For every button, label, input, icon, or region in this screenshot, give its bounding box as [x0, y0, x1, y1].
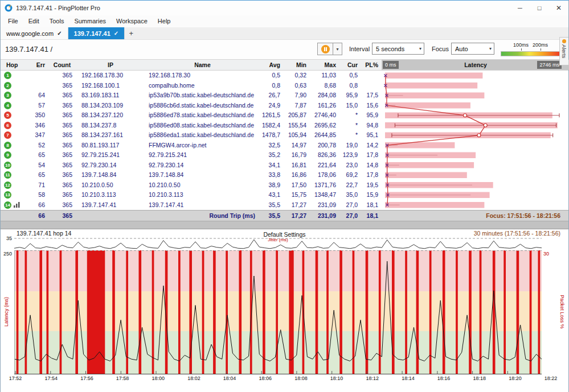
- pl-cell: 18,1: [361, 200, 382, 211]
- err-cell: 58: [26, 190, 48, 200]
- hop-status-badge: 4: [4, 102, 11, 109]
- count-cell: 365: [48, 180, 76, 191]
- timeline-graph[interactable]: [14, 250, 542, 374]
- chevron-down-icon: ▾: [489, 46, 492, 51]
- summary-row: 66 365 Round Trip (ms) 35,5 17,27 231,09…: [1, 210, 568, 221]
- name-cell: ip5886ed08.static.kabel-deutschland.de: [145, 121, 260, 131]
- cur-cell: 0,5: [339, 71, 361, 81]
- new-tab-button[interactable]: +: [125, 27, 137, 39]
- count-cell: 365: [48, 170, 76, 180]
- alerts-tab[interactable]: Alerts: [559, 37, 568, 65]
- menu-help[interactable]: Help: [153, 15, 176, 27]
- ip-cell: 10.210.0.50: [76, 180, 145, 191]
- hop-status-badge: 2: [4, 82, 11, 89]
- focus-select[interactable]: Auto▾: [451, 43, 494, 55]
- close-button[interactable]: ✕: [549, 1, 568, 15]
- hop-cell: 1: [1, 71, 26, 81]
- name-cell: 10.210.3.113: [145, 190, 260, 200]
- col-header-avg[interactable]: Avg: [260, 60, 284, 70]
- err-cell: 66: [26, 200, 48, 211]
- hop-status-badge: 11: [4, 171, 11, 179]
- pause-button[interactable]: [317, 43, 333, 55]
- col-header-ip[interactable]: IP: [76, 60, 145, 70]
- menu-summaries[interactable]: Summaries: [69, 15, 111, 27]
- col-header-count[interactable]: Count: [48, 60, 76, 70]
- time-tick-label: 17:56: [80, 376, 93, 381]
- col-header-latency[interactable]: 0 msLatency2746 ms: [382, 60, 569, 70]
- loss-max-label: 30: [543, 251, 549, 257]
- minimize-button[interactable]: ─: [510, 1, 530, 15]
- name-cell: ip5886eda1.static.kabel-deutschland.de: [145, 130, 260, 141]
- hop-status-badge: 13: [4, 191, 11, 199]
- err-cell: 57: [26, 101, 48, 111]
- menu-edit[interactable]: Edit: [23, 15, 44, 27]
- name-cell: ip5886ed78.static.kabel-deutschland.de: [145, 110, 260, 121]
- count-cell: 365: [48, 71, 76, 81]
- err-cell: 64: [26, 90, 48, 101]
- min-cell: 17,27: [284, 200, 310, 211]
- min-cell: 17,50: [284, 180, 310, 191]
- menu-file[interactable]: File: [3, 15, 23, 27]
- summary-min: 17,27: [284, 211, 310, 221]
- legend-tick-200ms: 200ms: [533, 42, 548, 48]
- focus-label: Focus: [432, 46, 449, 52]
- titlebar: 139.7.147.41 - PingPlotter Pro ─ □ ✕: [1, 1, 568, 15]
- hop-status-badge: 1: [4, 72, 11, 79]
- max-cell: 1371,76: [310, 180, 339, 191]
- window: 139.7.147.41 - PingPlotter Pro ─ □ ✕ Fil…: [0, 0, 569, 392]
- summary-max: 231,09: [310, 211, 339, 221]
- menubar: FileEditToolsSummariesWorkspaceHelp: [1, 15, 568, 27]
- maximize-button[interactable]: □: [530, 1, 549, 15]
- err-cell: 347: [26, 130, 48, 141]
- col-header-hop[interactable]: Hop: [1, 60, 26, 70]
- ip-cell: 88.134.237.120: [76, 110, 145, 121]
- tab-www-google-com[interactable]: www.google.com✓: [1, 27, 68, 39]
- alerts-tab-label: Alerts: [561, 44, 567, 58]
- hop-cell: 6: [1, 121, 26, 131]
- cur-cell: *: [339, 130, 361, 141]
- interval-select[interactable]: 5 seconds▾: [372, 43, 424, 55]
- check-icon: ✓: [114, 30, 118, 36]
- time-tick-label: 17:58: [116, 376, 129, 381]
- tab-139-7-147-41[interactable]: 139.7.147.41✓: [68, 27, 125, 39]
- max-cell: 178,06: [310, 170, 339, 180]
- hop-cell: 2: [1, 81, 26, 91]
- time-tick-label: 18:10: [330, 376, 343, 381]
- pl-cell: 17,5: [361, 90, 382, 101]
- col-header-max[interactable]: Max: [310, 60, 339, 70]
- hop-status-badge: 8: [4, 142, 11, 149]
- ip-cell: 192.168.100.1: [76, 81, 145, 91]
- summary-cur: 27,0: [339, 211, 361, 221]
- hop-status-badge: 9: [4, 151, 11, 159]
- cur-cell: 15,0: [339, 101, 361, 111]
- max-cell: 231,09: [310, 200, 339, 211]
- count-cell: 365: [48, 150, 76, 160]
- col-header-cur[interactable]: Cur: [339, 60, 361, 70]
- avg-cell: 33,8: [260, 170, 284, 180]
- hop-cell: 9: [1, 150, 26, 160]
- hop-cell: 11: [1, 170, 26, 180]
- min-cell: 16,86: [284, 170, 310, 180]
- jitter-axis-label: Jitter (ms): [14, 237, 542, 242]
- menu-workspace[interactable]: Workspace: [111, 15, 153, 27]
- count-cell: 365: [48, 110, 76, 121]
- col-header-min[interactable]: Min: [284, 60, 310, 70]
- avg-cell: 1261,5: [260, 110, 284, 121]
- focus-value: Auto: [455, 46, 468, 52]
- avg-cell: 0,8: [260, 81, 284, 91]
- ip-cell: 192.168.178.30: [76, 71, 145, 81]
- max-cell: 2695,62: [310, 121, 339, 131]
- name-cell: ip53a9b70b.static.kabel-deutschland.de: [145, 90, 260, 101]
- col-header-pl[interactable]: PL%: [361, 60, 382, 70]
- pause-dropdown-button[interactable]: ▾: [333, 43, 342, 55]
- err-cell: 71: [26, 180, 48, 191]
- ip-cell: 10.210.3.113: [76, 190, 145, 200]
- time-tick-label: 18:12: [366, 376, 379, 381]
- col-header-err[interactable]: Err: [26, 60, 48, 70]
- interval-value: 5 seconds: [376, 46, 404, 52]
- col-header-name[interactable]: Name: [145, 60, 260, 70]
- menu-tools[interactable]: Tools: [44, 15, 69, 27]
- max-cell: 8,68: [310, 81, 339, 91]
- pl-cell: 14,2: [361, 141, 382, 151]
- splitter[interactable]: [1, 221, 568, 229]
